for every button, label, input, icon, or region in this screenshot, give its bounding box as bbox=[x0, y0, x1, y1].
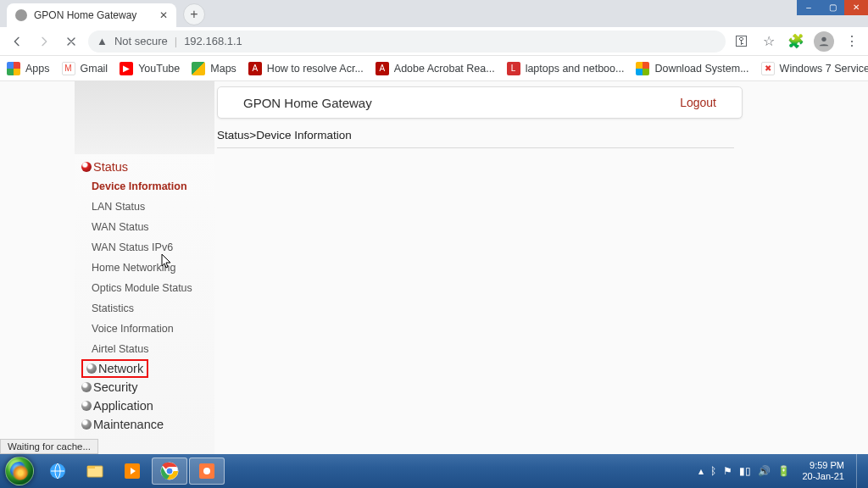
expand-icon bbox=[81, 419, 92, 430]
collapse-icon bbox=[81, 162, 92, 172]
bookmark-favicon: ▶ bbox=[120, 62, 133, 75]
extension-puzzle-icon[interactable]: 🧩 bbox=[787, 32, 805, 51]
bookmark-label: YouTube bbox=[138, 63, 180, 75]
tray-show-hidden-icon[interactable]: ▴ bbox=[698, 465, 704, 477]
new-tab-button[interactable]: + bbox=[183, 3, 205, 25]
sidebar-header-band bbox=[75, 81, 214, 154]
bookmark-favicon: L bbox=[507, 62, 520, 75]
sidebar-item-voice-information[interactable]: Voice Information bbox=[81, 319, 214, 339]
back-button[interactable] bbox=[7, 31, 27, 52]
forward-button[interactable] bbox=[34, 31, 54, 52]
address-bar[interactable]: ▲ Not secure | 192.168.1.1 bbox=[88, 30, 726, 53]
logout-link[interactable]: Logout bbox=[680, 96, 716, 109]
page-viewport: GPON Home Gateway Logout Status>Device I… bbox=[0, 81, 868, 454]
sidebar-item-home-networking[interactable]: Home Networking bbox=[81, 258, 214, 278]
windows-taskbar: ▴ ᛒ ⚑ ▮▯ 🔊 🔋 9:59 PM 20-Jan-21 bbox=[0, 454, 868, 488]
section-label: Maintenance bbox=[93, 418, 164, 431]
browser-tab-strip: GPON Home Gateway ✕ + bbox=[0, 0, 868, 27]
password-key-icon[interactable]: ⚿ bbox=[732, 32, 751, 51]
bookmark-item[interactable]: ✖Windows 7 Service... bbox=[761, 62, 868, 75]
page-header: GPON Home Gateway Logout bbox=[217, 86, 743, 119]
apps-label: Apps bbox=[25, 63, 50, 75]
tab-favicon bbox=[15, 9, 27, 21]
section-label: Network bbox=[98, 362, 143, 375]
sidebar-item-lan-status[interactable]: LAN Status bbox=[81, 197, 214, 217]
chrome-menu-icon[interactable]: ⋮ bbox=[843, 32, 861, 51]
bookmark-label: laptops and netboo... bbox=[526, 63, 625, 75]
apps-button[interactable]: Apps bbox=[7, 62, 50, 75]
profile-avatar-icon[interactable] bbox=[814, 31, 834, 52]
tab-title: GPON Home Gateway bbox=[34, 9, 153, 21]
bookmark-item[interactable]: Maps bbox=[192, 62, 236, 75]
bookmark-item[interactable]: AHow to resolve Acr... bbox=[248, 62, 364, 75]
divider bbox=[217, 147, 734, 148]
bookmark-star-icon[interactable]: ☆ bbox=[760, 32, 778, 51]
taskbar-clock[interactable]: 9:59 PM 20-Jan-21 bbox=[802, 460, 844, 482]
clock-time: 9:59 PM bbox=[802, 460, 844, 471]
bookmark-item[interactable]: Download System... bbox=[636, 62, 748, 75]
breadcrumb: Status>Device Information bbox=[217, 129, 352, 141]
sidebar-item-statistics[interactable]: Statistics bbox=[81, 298, 214, 319]
not-secure-label: Not secure bbox=[114, 35, 168, 47]
highlight-box: Network bbox=[81, 359, 148, 378]
bookmark-favicon: A bbox=[376, 62, 389, 75]
bookmark-favicon bbox=[636, 62, 649, 75]
expand-icon bbox=[86, 363, 97, 374]
bookmark-favicon: M bbox=[62, 62, 75, 75]
apps-grid-icon bbox=[7, 62, 20, 75]
bookmark-item[interactable]: Llaptops and netboo... bbox=[507, 62, 625, 75]
stop-reload-button[interactable] bbox=[61, 31, 81, 52]
bookmark-label: Maps bbox=[210, 63, 236, 75]
sidebar-section-network[interactable]: Network bbox=[86, 361, 143, 376]
window-minimize-button[interactable]: – bbox=[797, 0, 821, 15]
sidebar-item-optics-module-status[interactable]: Optics Module Status bbox=[81, 278, 214, 298]
bookmark-favicon: ✖ bbox=[761, 62, 775, 75]
expand-icon bbox=[81, 401, 92, 411]
page-title: GPON Home Gateway bbox=[243, 96, 372, 110]
tray-battery-icon[interactable]: 🔋 bbox=[777, 465, 790, 477]
bookmark-label: Adobe Acrobat Rea... bbox=[394, 63, 495, 75]
bookmark-label: Gmail bbox=[81, 63, 108, 75]
taskbar-media-player[interactable] bbox=[114, 458, 150, 485]
sidebar-item-wan-status[interactable]: WAN Status bbox=[81, 217, 214, 237]
browser-status-text: Waiting for cache... bbox=[0, 439, 98, 454]
taskbar-ie[interactable] bbox=[40, 458, 75, 485]
sidebar-item-wan-status-ipv6[interactable]: WAN Status IPv6 bbox=[81, 237, 214, 258]
bookmark-item[interactable]: AAdobe Acrobat Rea... bbox=[376, 62, 495, 75]
taskbar-explorer[interactable] bbox=[77, 458, 113, 485]
system-tray: ▴ ᛒ ⚑ ▮▯ 🔊 🔋 9:59 PM 20-Jan-21 bbox=[698, 454, 868, 488]
sidebar-item-device-information[interactable]: Device Information bbox=[81, 176, 214, 197]
show-desktop-button[interactable] bbox=[856, 454, 865, 488]
url-text: 192.168.1.1 bbox=[184, 35, 242, 47]
start-button[interactable] bbox=[0, 454, 39, 488]
bookmark-item[interactable]: ▶YouTube bbox=[120, 62, 180, 75]
taskbar-app[interactable] bbox=[189, 458, 225, 485]
window-close-button[interactable]: ✕ bbox=[844, 0, 868, 15]
svg-point-0 bbox=[821, 36, 826, 41]
bookmarks-bar: Apps MGmail ▶YouTube Maps AHow to resolv… bbox=[0, 56, 868, 81]
tab-close-icon[interactable]: ✕ bbox=[159, 9, 168, 21]
bookmark-label: Windows 7 Service... bbox=[780, 63, 868, 75]
sidebar-section-security[interactable]: Security bbox=[81, 378, 214, 396]
taskbar-chrome[interactable] bbox=[152, 458, 187, 485]
bookmark-item[interactable]: MGmail bbox=[62, 62, 108, 75]
section-label: Application bbox=[93, 399, 153, 413]
windows-logo-icon bbox=[5, 457, 34, 485]
tray-action-center-icon[interactable]: ⚑ bbox=[723, 465, 732, 477]
sidebar-section-maintenance[interactable]: Maintenance bbox=[81, 415, 214, 434]
tray-volume-icon[interactable]: 🔊 bbox=[758, 465, 771, 477]
sidebar-section-application[interactable]: Application bbox=[81, 396, 214, 415]
sidebar: Status Device Information LAN Status WAN… bbox=[75, 81, 214, 454]
tray-bluetooth-icon[interactable]: ᛒ bbox=[710, 465, 716, 477]
window-maximize-button[interactable]: ▢ bbox=[821, 0, 844, 15]
section-label: Status bbox=[93, 160, 128, 174]
browser-tab[interactable]: GPON Home Gateway ✕ bbox=[7, 3, 176, 27]
sidebar-item-airtel-status[interactable]: Airtel Status bbox=[81, 339, 214, 359]
tray-network-icon[interactable]: ▮▯ bbox=[739, 465, 751, 477]
expand-icon bbox=[81, 382, 92, 392]
not-secure-icon: ▲ bbox=[97, 35, 108, 47]
bookmark-favicon bbox=[192, 62, 205, 75]
clock-date: 20-Jan-21 bbox=[802, 471, 844, 482]
svg-point-10 bbox=[203, 468, 210, 474]
sidebar-section-status[interactable]: Status bbox=[81, 158, 214, 176]
